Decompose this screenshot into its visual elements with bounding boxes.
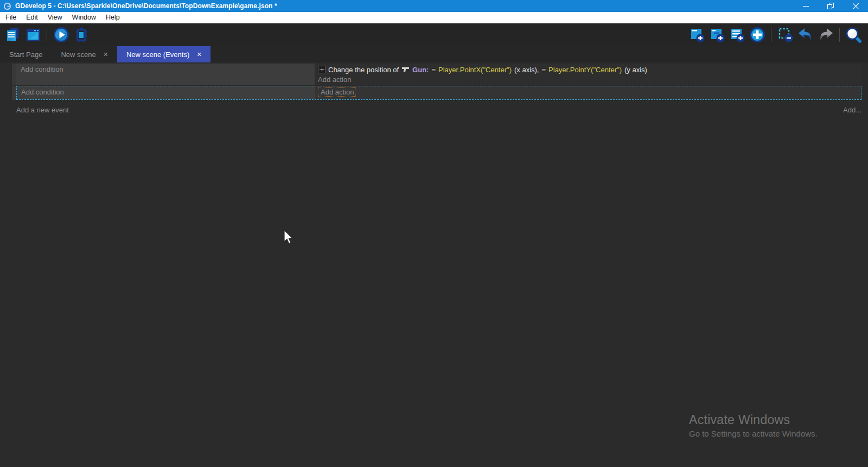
- mouse-cursor: [284, 230, 295, 245]
- tab-close-icon[interactable]: ×: [197, 50, 201, 59]
- action-text: Change the position of: [328, 66, 399, 74]
- add-button[interactable]: Add...: [843, 106, 861, 114]
- action-text: (y axis): [624, 66, 647, 74]
- menu-bar: File Edit View Window Help: [0, 12, 868, 23]
- close-icon: [853, 3, 859, 9]
- window-title: GDevelop 5 - C:\Users\Sparkle\OneDrive\D…: [15, 2, 277, 10]
- tab-start-page[interactable]: Start Page: [0, 46, 52, 62]
- action-item[interactable]: Change the position of Gun: = Player.Poi…: [318, 64, 858, 75]
- search-icon[interactable]: [845, 26, 863, 44]
- actions-cell[interactable]: Add action: [315, 86, 861, 99]
- event-drag-handle[interactable]: [12, 86, 16, 100]
- add-comment-icon[interactable]: [728, 26, 746, 44]
- watermark-title: Activate Windows: [689, 413, 818, 427]
- tab-close-icon[interactable]: ×: [104, 50, 108, 59]
- actions-cell[interactable]: Change the position of Gun: = Player.Poi…: [315, 64, 861, 85]
- toolbar-left-group: [0, 26, 91, 44]
- project-manager-icon[interactable]: [4, 26, 22, 44]
- events-footer: Add a new event Add...: [12, 106, 861, 114]
- action-expression-y: Player.PointY("Center"): [548, 66, 622, 74]
- tab-new-scene[interactable]: New scene ×: [52, 46, 117, 62]
- close-button[interactable]: [843, 0, 868, 12]
- conditions-cell[interactable]: Add condition: [16, 64, 315, 85]
- toolbar: [0, 23, 868, 46]
- menu-edit[interactable]: Edit: [21, 12, 43, 23]
- gun-object-icon: [401, 67, 410, 73]
- add-event-icon[interactable]: [688, 26, 706, 44]
- restore-button[interactable]: [818, 0, 843, 12]
- toolbar-separator: [839, 28, 840, 42]
- action-text: (x axis),: [514, 66, 539, 74]
- add-more-icon[interactable]: [748, 26, 766, 44]
- menu-view[interactable]: View: [43, 12, 67, 23]
- undo-icon[interactable]: [796, 26, 814, 44]
- minimize-button[interactable]: [793, 0, 818, 12]
- events-sheet: Add condition Change the position of Gun…: [0, 62, 868, 467]
- debugger-icon[interactable]: [72, 26, 90, 44]
- event-row[interactable]: Add condition Change the position of Gun…: [12, 64, 861, 85]
- action-operator: =: [431, 66, 436, 74]
- action-object-name: Gun:: [412, 66, 429, 74]
- add-condition-link[interactable]: Add condition: [21, 65, 63, 73]
- tab-label: New scene (Events): [126, 51, 189, 59]
- action-expression-x: Player.PointX("Center"): [438, 66, 512, 74]
- tab-new-scene-events[interactable]: New scene (Events) ×: [117, 46, 211, 62]
- toolbar-right-group: [687, 26, 868, 44]
- window-controls: [793, 0, 868, 12]
- watermark-subtitle: Go to Settings to activate Windows.: [689, 429, 818, 438]
- minimize-icon: [803, 3, 809, 9]
- event-row-selected[interactable]: Add condition Add action: [12, 86, 861, 100]
- tab-bar: Start Page New scene × New scene (Events…: [0, 46, 868, 62]
- menu-help[interactable]: Help: [101, 12, 125, 23]
- activate-windows-watermark: Activate Windows Go to Settings to activ…: [689, 413, 818, 438]
- action-operator: =: [541, 66, 546, 74]
- selection-outline: Add condition Add action: [16, 86, 861, 100]
- gdevelop-logo-icon: [3, 2, 11, 10]
- event-drag-handle[interactable]: [12, 64, 16, 85]
- add-subevent-icon[interactable]: [708, 26, 726, 44]
- title-bar: GDevelop 5 - C:\Users\Sparkle\OneDrive\D…: [0, 0, 868, 12]
- toolbar-separator: [47, 28, 47, 42]
- tab-label: New scene: [61, 51, 95, 59]
- add-action-link[interactable]: Add action: [318, 87, 356, 97]
- menu-file[interactable]: File: [1, 12, 21, 23]
- scene-editor-icon[interactable]: [24, 26, 42, 44]
- menu-window[interactable]: Window: [67, 12, 101, 23]
- restore-icon: [827, 3, 834, 9]
- tab-label: Start Page: [9, 51, 42, 59]
- redo-icon[interactable]: [816, 26, 834, 44]
- add-action-link[interactable]: Add action: [318, 75, 858, 85]
- add-condition-link[interactable]: Add condition: [21, 88, 64, 96]
- delete-selection-icon[interactable]: [776, 26, 794, 44]
- conditions-cell[interactable]: Add condition: [17, 86, 315, 99]
- add-new-event-link[interactable]: Add a new event: [16, 106, 69, 114]
- toolbar-separator: [771, 28, 771, 42]
- play-icon[interactable]: [52, 26, 70, 44]
- position-icon: [318, 66, 326, 73]
